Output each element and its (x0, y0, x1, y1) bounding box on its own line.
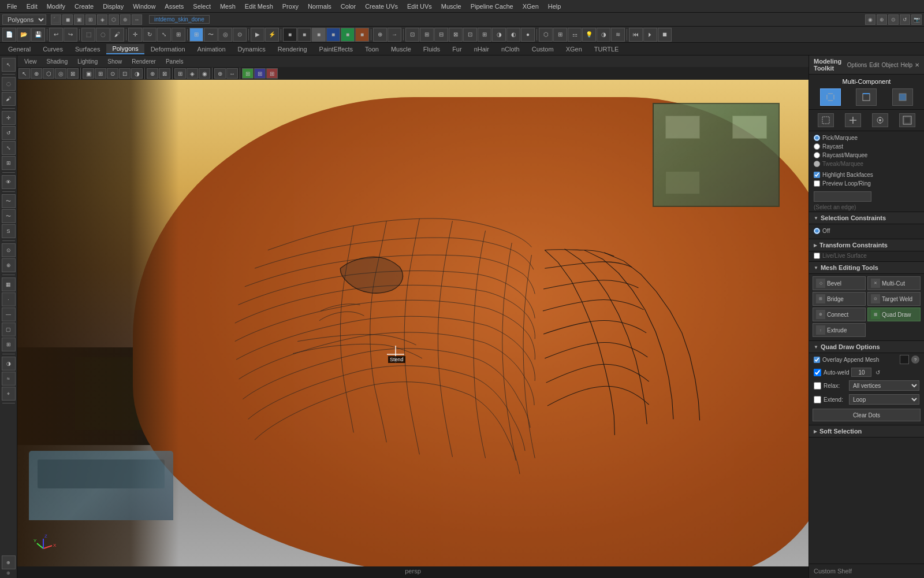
tb-color-2[interactable]: ■ (297, 28, 311, 42)
tab-fur[interactable]: Fur (446, 45, 468, 54)
extend-check[interactable] (814, 396, 821, 403)
ws-right-3[interactable]: ⊙ (888, 14, 899, 25)
overlay-color-swatch[interactable] (900, 355, 909, 364)
vp-tab-view[interactable]: View (20, 58, 42, 65)
tweak-marquee-radio[interactable] (814, 161, 820, 167)
ws-icon-7[interactable]: ⊕ (120, 14, 131, 25)
target-weld-btn[interactable]: ⊙ Target Weld (867, 292, 921, 306)
tb-redo[interactable]: ↪ (64, 28, 77, 42)
tb-save[interactable]: 💾 (31, 28, 45, 42)
ws-icon-3[interactable]: ▣ (74, 14, 84, 25)
mc-edge-icon[interactable] (856, 88, 877, 106)
tool-ik[interactable]: ⊕ (2, 258, 16, 272)
tb-light[interactable]: 💡 (582, 28, 596, 42)
tb-xray[interactable]: ⬡ (539, 28, 553, 42)
vp-icon-10[interactable]: ◑ (131, 68, 143, 79)
tool-multi-comp[interactable]: ▦ (2, 277, 16, 291)
tb-undo[interactable]: ↩ (49, 28, 63, 42)
preview-loop-check[interactable] (814, 180, 820, 187)
menu-color[interactable]: Color (336, 2, 360, 11)
mc-vertex-icon[interactable] (820, 88, 841, 106)
vp-icon-5[interactable]: ⊠ (67, 68, 79, 79)
tool-lasso[interactable]: ◌ (2, 77, 16, 91)
soft-selection-header[interactable]: ▶ Soft Selection (809, 425, 924, 438)
auto-weld-refresh-icon[interactable]: ↺ (874, 368, 882, 376)
vp-icon-19[interactable]: ⊞ (254, 68, 266, 79)
sel-cross-btn[interactable] (845, 113, 861, 127)
vp-icon-20[interactable]: ⊞ (266, 68, 278, 79)
polygon-mode-dropdown[interactable]: Polygons (2, 14, 46, 25)
tool-scale[interactable]: ⤡ (2, 141, 16, 155)
tool-universal[interactable]: ⊞ (2, 156, 16, 170)
vp-icon-6[interactable]: ▣ (83, 68, 94, 79)
multi-cut-btn[interactable]: ✕ Multi-Cut (867, 276, 921, 290)
raycast-marquee-radio[interactable] (814, 152, 820, 158)
menu-edit[interactable]: Edit (22, 2, 42, 11)
tb-color-blue[interactable]: ■ (326, 28, 340, 42)
raycast-radio[interactable] (814, 143, 820, 150)
tb-tex[interactable]: ⚏ (568, 28, 582, 42)
tb-color-green[interactable]: ■ (341, 28, 355, 42)
vp-icon-14[interactable]: ◈ (187, 68, 198, 79)
tb-select[interactable]: ⬚ (81, 28, 95, 42)
tool-move[interactable]: ✛ (2, 111, 16, 125)
ws-right-2[interactable]: ⊕ (877, 14, 887, 25)
vp-icon-18[interactable]: ⊞ (242, 68, 254, 79)
ws-icon-8[interactable]: ↔ (132, 14, 142, 25)
tool-select[interactable]: ↖ (2, 58, 16, 72)
tb-fog[interactable]: ≋ (611, 28, 625, 42)
tb-scale[interactable]: ⤡ (157, 28, 171, 42)
tool-axes[interactable]: ⊕ (2, 555, 16, 569)
sel-off-radio[interactable] (814, 228, 820, 234)
edge-input[interactable] (814, 191, 871, 202)
mc-face-icon[interactable] (892, 88, 913, 106)
tool-vertex[interactable]: · (2, 292, 16, 306)
tb-shading-2[interactable]: ◐ (506, 28, 520, 42)
vp-tab-lighting[interactable]: Lighting (73, 58, 102, 65)
extend-dropdown[interactable]: Loop Ring (849, 394, 919, 405)
ws-icon-1[interactable]: ⬛ (51, 14, 61, 25)
tb-paint-sel[interactable]: 🖌 (110, 28, 124, 42)
tb-shading-3[interactable]: ● (521, 28, 535, 42)
tab-polygons[interactable]: Polygons (106, 44, 144, 54)
tab-nhair[interactable]: nHair (468, 45, 495, 54)
tb-snap-point[interactable]: ◎ (218, 28, 232, 42)
live-surface-check[interactable] (814, 253, 820, 259)
tb-new[interactable]: 📄 (2, 28, 16, 42)
ws-icon-2[interactable]: ◼ (62, 14, 73, 25)
tool-face[interactable]: ▢ (2, 323, 16, 336)
toolkit-help[interactable]: Help (900, 62, 912, 68)
tool-show[interactable]: 👁 (2, 175, 16, 189)
toolkit-object[interactable]: Object (882, 62, 899, 68)
tool-sculpt[interactable]: ◑ (2, 357, 16, 370)
overlay-help-icon[interactable]: ? (911, 355, 919, 364)
tab-general[interactable]: General (2, 45, 36, 54)
clear-dots-button[interactable]: Clear Dots (813, 409, 921, 421)
vp-icon-13[interactable]: ⊞ (174, 68, 186, 79)
tab-dynamics[interactable]: Dynamics (232, 45, 271, 54)
sel-camera-btn[interactable] (872, 113, 888, 127)
vp-icon-17[interactable]: ↔ (226, 68, 238, 79)
tool-paint-sel[interactable]: 🖌 (2, 92, 16, 106)
tb-grid-1[interactable]: ⊡ (405, 28, 419, 42)
menu-create-uvs[interactable]: Create UVs (360, 2, 403, 11)
vp-tab-panels[interactable]: Panels (161, 58, 188, 65)
tool-bezier[interactable]: S (2, 224, 16, 238)
bevel-btn[interactable]: ◇ Bevel (813, 276, 866, 290)
tab-deformation[interactable]: Deformation (145, 45, 191, 54)
tool-edge[interactable]: — (2, 307, 16, 321)
menu-file[interactable]: File (2, 2, 22, 11)
tb-shading-1[interactable]: ◑ (492, 28, 506, 42)
tb-snap-curve[interactable]: 〜 (204, 28, 218, 42)
tb-snap-view[interactable]: ⊙ (233, 28, 247, 42)
tb-grid-2[interactable]: ⊞ (420, 28, 434, 42)
menu-pipeline[interactable]: Pipeline Cache (466, 2, 518, 11)
tb-bookmark-add[interactable]: ⊕ (373, 28, 387, 42)
tb-snap-grid[interactable]: ⊞ (189, 28, 203, 42)
tb-playback-start[interactable]: ⏮ (629, 28, 643, 42)
tab-animation[interactable]: Animation (192, 45, 232, 54)
menu-edit-uvs[interactable]: Edit UVs (403, 2, 437, 11)
menu-normals[interactable]: Normals (303, 2, 336, 11)
menu-xgen[interactable]: XGen (518, 2, 543, 11)
vp-select-icon[interactable]: ↖ (18, 68, 30, 79)
